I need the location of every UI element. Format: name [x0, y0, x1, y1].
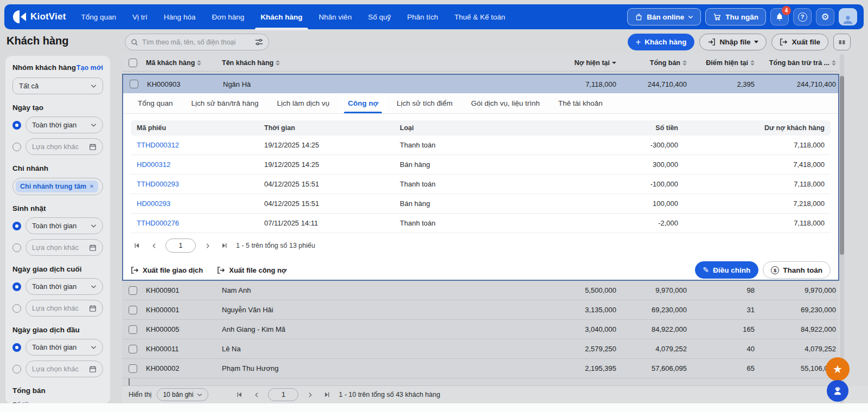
radio-all-time[interactable]: [12, 343, 21, 352]
ban-online-button[interactable]: Bán online: [627, 8, 701, 25]
document-link[interactable]: HD000312: [137, 160, 264, 169]
custom-date-input[interactable]: Lựa chọn khác: [25, 300, 103, 317]
last-page-button[interactable]: [219, 240, 231, 252]
nav-item-tong-quan[interactable]: Tổng quan: [81, 4, 117, 29]
col-net[interactable]: Tổng bán trừ trả ...: [757, 59, 838, 67]
page-number-box[interactable]: 1: [165, 239, 196, 253]
nav-item-nhan-vien[interactable]: Nhân viên: [319, 4, 352, 29]
import-file-button[interactable]: Nhập file: [699, 34, 767, 50]
create-group-link[interactable]: Tạo mới: [76, 64, 103, 72]
all-time-select[interactable]: Toàn thời gian: [25, 217, 103, 234]
radio-all-time[interactable]: [12, 121, 21, 130]
radio-custom-date[interactable]: [12, 243, 21, 252]
dcol-type: Loại: [400, 124, 570, 132]
tab-lich-su-tich-diem[interactable]: Lịch sử tích điểm: [388, 93, 461, 113]
tab-lich-su-ban-tra[interactable]: Lịch sử bán/trả hàng: [183, 93, 267, 113]
col-points[interactable]: Điểm hiện tại: [689, 59, 757, 67]
search-box[interactable]: [125, 34, 269, 50]
export-file-button[interactable]: Xuất file: [771, 34, 828, 50]
nav-item-hang-hoa[interactable]: Hàng hóa: [164, 4, 196, 29]
col-debt[interactable]: Nợ hiện tại: [532, 59, 618, 67]
radio-custom-date[interactable]: [12, 143, 21, 151]
custom-date-input[interactable]: Lựa chọn khác: [25, 360, 103, 377]
nav-item-thue-ke-toan[interactable]: Thuế & Kế toán: [454, 4, 505, 29]
page-size-select[interactable]: 10 bản ghi: [157, 388, 208, 401]
add-customer-button[interactable]: + Khách hàng: [628, 34, 695, 50]
customer-row[interactable]: KH000001 Nguyễn Văn Hải 3,135,000 69,230…: [122, 300, 838, 320]
user-avatar[interactable]: [839, 8, 857, 25]
pay-button[interactable]: $ Thanh toán: [763, 261, 831, 279]
chip-close-icon[interactable]: ×: [90, 183, 93, 190]
customer-row[interactable]: KH000002 Phạm Thu Hương 2,195,395 57,606…: [122, 359, 838, 378]
document-link[interactable]: TTHD000276: [137, 219, 264, 227]
debt-type: Bán hàng: [400, 199, 570, 208]
col-total[interactable]: Tổng bán: [618, 59, 689, 67]
nav-item-don-hang[interactable]: Đơn hàng: [212, 4, 244, 29]
export-debt-link[interactable]: Xuất file công nợ: [217, 266, 286, 274]
tab-tong-quan[interactable]: Tổng quan: [130, 93, 181, 113]
all-time-select[interactable]: Toàn thời gian: [25, 339, 103, 356]
document-link[interactable]: TTHD000293: [137, 180, 264, 188]
next-page-button[interactable]: [201, 240, 213, 252]
selected-customer-row[interactable]: KH000903 Ngân Hà 7,118,000 244,710,400 2…: [123, 75, 838, 93]
branch-filter-box[interactable]: Chi nhánh trung tâm ×: [12, 178, 103, 195]
document-link[interactable]: TTHD000312: [137, 141, 264, 149]
radio-all-time[interactable]: [12, 222, 21, 230]
notifications-button[interactable]: 4: [770, 8, 789, 25]
group-select[interactable]: Tất cả: [12, 78, 103, 94]
select-all-checkbox[interactable]: [129, 59, 137, 67]
brand[interactable]: KiotViet: [13, 10, 66, 23]
row-checkbox[interactable]: [130, 80, 138, 88]
row-checkbox[interactable]: [129, 364, 137, 373]
tab-the-tai-khoan[interactable]: Thẻ tài khoản: [550, 93, 611, 113]
prev-page-button[interactable]: [148, 240, 160, 252]
search-input[interactable]: [142, 38, 251, 46]
custom-date-input[interactable]: Lựa chọn khác: [25, 138, 103, 155]
debt-row: HD000293 04/12/2025 15:51 Bán hàng 100,0…: [131, 194, 831, 214]
radio-all-time[interactable]: [12, 282, 21, 291]
customer-row[interactable]: KH000901 Nam Anh 5,500,000 9,970,000 98 …: [122, 281, 838, 300]
prev-page-button[interactable]: [251, 389, 263, 401]
column-settings-button[interactable]: [833, 34, 851, 50]
customer-row[interactable]: KH000011 Lê Na 2,579,250 4,079,252 40 4,…: [122, 339, 838, 359]
sort-desc-icon: [612, 62, 616, 64]
col-name[interactable]: Tên khách hàng: [222, 59, 532, 67]
row-checkbox[interactable]: [129, 345, 137, 353]
row-checkbox[interactable]: [129, 306, 137, 314]
customer-code: KH000903: [147, 80, 223, 88]
document-link[interactable]: HD000293: [137, 199, 264, 208]
thu-ngan-button[interactable]: Thu ngân: [705, 8, 766, 25]
settings-button[interactable]: ⚙: [816, 8, 834, 25]
help-button[interactable]: ?: [793, 8, 812, 25]
adjust-button[interactable]: ✎ Điều chỉnh: [695, 261, 759, 279]
scrollbar-thumb[interactable]: [840, 76, 844, 255]
nav-item-vi-tri[interactable]: Vị trí: [132, 4, 148, 29]
first-page-button[interactable]: [233, 389, 245, 401]
next-page-button[interactable]: [304, 389, 316, 401]
vertical-scrollbar[interactable]: [840, 54, 844, 403]
radio-custom-date[interactable]: [12, 304, 21, 313]
pencil-icon: ✎: [703, 266, 710, 274]
col-code[interactable]: Mã khách hàng: [146, 59, 222, 67]
row-checkbox[interactable]: [129, 325, 137, 334]
filter-sliders-icon[interactable]: [255, 38, 263, 46]
all-time-select[interactable]: Toàn thời gian: [25, 117, 103, 133]
rewards-fab[interactable]: ★: [826, 357, 850, 381]
first-page-button[interactable]: [131, 240, 143, 252]
row-checkbox[interactable]: [129, 286, 137, 295]
tab-lich-lam-dich-vu[interactable]: Lịch làm dịch vụ: [269, 93, 337, 113]
active-nav-underline: [255, 28, 308, 30]
nav-item-phan-tich[interactable]: Phân tích: [407, 4, 438, 29]
radio-custom-date[interactable]: [12, 365, 21, 374]
customer-row[interactable]: KH000005 Anh Giang - Kim Mã 3,040,000 84…: [122, 320, 838, 339]
export-transactions-link[interactable]: Xuất file giao dịch: [131, 266, 203, 274]
last-page-button[interactable]: [321, 389, 333, 401]
tab-goi-dich-vu[interactable]: Gói dịch vụ, liệu trình: [463, 93, 548, 113]
support-fab[interactable]: [827, 380, 848, 402]
all-time-select[interactable]: Toàn thời gian: [25, 278, 103, 295]
tab-cong-no[interactable]: Công nợ: [340, 93, 386, 113]
page-number-box[interactable]: 1: [268, 388, 298, 401]
custom-date-input[interactable]: Lựa chọn khác: [25, 239, 103, 256]
nav-item-khach-hang[interactable]: Khách hàng: [260, 4, 302, 29]
nav-item-so-quy[interactable]: Số quỹ: [368, 4, 391, 29]
